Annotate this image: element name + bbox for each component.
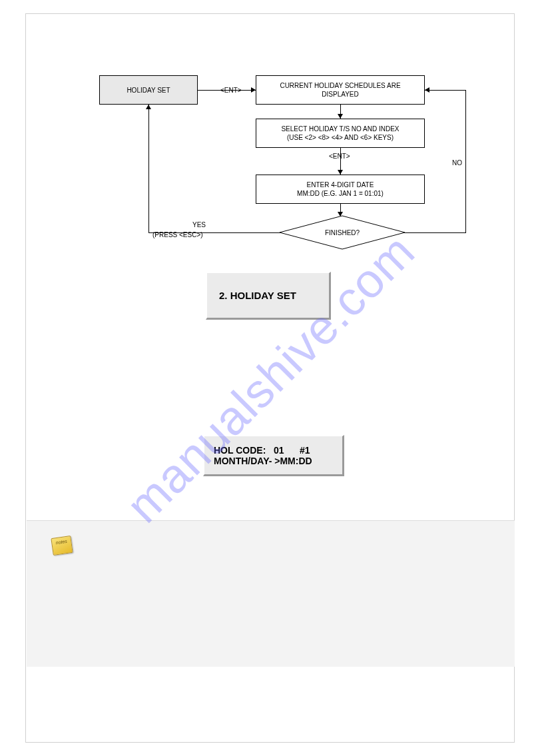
notes-area: notes bbox=[27, 520, 515, 667]
code-panel-line1: HOL CODE: 01 #1 bbox=[214, 445, 310, 456]
ent-label: <ENT> bbox=[220, 87, 242, 94]
title-panel: 2. HOLIDAY SET bbox=[206, 272, 331, 320]
flow-decision: FINISHED? bbox=[279, 215, 405, 250]
sticky-note-text: notes bbox=[55, 539, 67, 545]
connector-line bbox=[425, 90, 466, 91]
box1-line2: DISPLAYED bbox=[322, 90, 358, 99]
box3-line1: ENTER 4-DIGIT DATE bbox=[307, 181, 374, 189]
sticky-note-icon: notes bbox=[51, 536, 73, 556]
flow-start-box: HOLIDAY SET bbox=[99, 75, 198, 105]
ent-label-2: <ENT> bbox=[329, 153, 350, 160]
box2-line1: SELECT HOLIDAY T/S NO AND INDEX bbox=[281, 125, 399, 133]
decision-label: FINISHED? bbox=[325, 229, 360, 236]
code-panel: HOL CODE: 01 #1 MONTH/DAY- >MM:DD bbox=[203, 435, 344, 476]
arrowhead-icon bbox=[338, 114, 343, 119]
flow-box-enter-date: ENTER 4-DIGIT DATE MM:DD (E.G. JAN 1 = 0… bbox=[256, 175, 425, 204]
flow-box-select: SELECT HOLIDAY T/S NO AND INDEX (USE <2>… bbox=[256, 119, 425, 148]
arrowhead-icon bbox=[251, 87, 256, 93]
no-label: NO bbox=[452, 159, 462, 167]
arrowhead-icon bbox=[338, 170, 343, 175]
watermark-text: manualshive.com bbox=[115, 223, 425, 533]
code-panel-line2: MONTH/DAY- >MM:DD bbox=[214, 456, 312, 466]
esc-label: (PRESS <ESC>) bbox=[152, 231, 203, 238]
flow-start-label: HOLIDAY SET bbox=[127, 87, 170, 94]
yes-label: YES bbox=[192, 221, 206, 228]
box1-line1: CURRENT HOLIDAY SCHEDULES ARE bbox=[280, 81, 400, 90]
flowchart: HOLIDAY SET <ENT> CURRENT HOLIDAY SCHEDU… bbox=[99, 75, 479, 262]
arrowhead-icon bbox=[146, 105, 151, 109]
box2-line2: (USE <2> <8> <4> AND <6> KEYS) bbox=[287, 133, 394, 142]
title-panel-text: 2. HOLIDAY SET bbox=[219, 290, 296, 301]
flow-box-display: CURRENT HOLIDAY SCHEDULES ARE DISPLAYED bbox=[256, 75, 425, 105]
arrowhead-icon bbox=[425, 87, 429, 93]
connector-line bbox=[148, 105, 149, 233]
connector-line bbox=[404, 232, 465, 233]
box3-line2: MM:DD (E.G. JAN 1 = 01:01) bbox=[297, 189, 384, 198]
document-page: HOLIDAY SET <ENT> CURRENT HOLIDAY SCHEDU… bbox=[25, 13, 515, 743]
connector-line bbox=[465, 90, 466, 233]
